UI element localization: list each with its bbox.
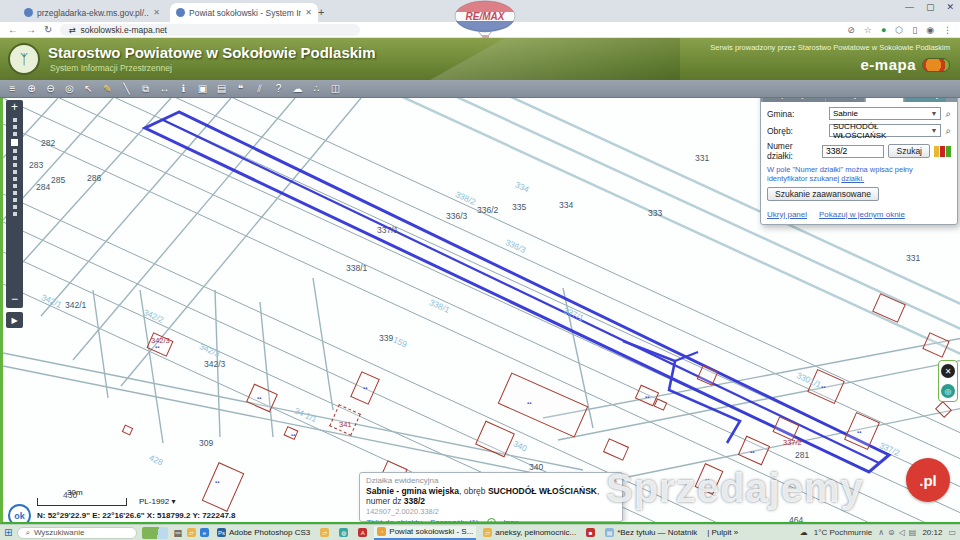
clock[interactable]: 20:12 [922,528,942,537]
hide-panel-link[interactable]: Ukryj panel [767,210,807,219]
panel-expand-button[interactable]: ▶ [6,312,23,328]
zoom-out-button[interactable]: − [11,292,18,308]
unlink-icon[interactable]: ⧉ [137,81,154,96]
back-button[interactable]: ← [8,24,18,35]
zoom-level-dot[interactable] [13,191,17,195]
panel-tab-adresy[interactable]: Adresy [826,98,864,102]
panel-tab-współrzędne[interactable]: Współrzędne [763,98,825,102]
app-photoshop[interactable]: PsAdobe Photoshop CS3 [214,526,313,540]
app-teal[interactable]: ◍ [336,526,351,540]
zoom-level-dot[interactable] [13,184,17,188]
panel-tab-obiekty[interactable]: Obiekty [905,98,946,102]
app-red[interactable]: ■ [583,526,598,540]
side-panel-icon[interactable]: ▯ [912,25,917,35]
weather-status[interactable]: 1°C Pochmurnie [814,528,872,537]
zoom-level-dot[interactable] [13,149,17,153]
profile-icon[interactable]: ◉ [926,25,934,35]
widgets-thumbnail[interactable] [142,527,168,539]
zoom-level-dot[interactable] [13,177,17,181]
tray-network-icon[interactable]: ⊜ [888,528,895,537]
tab-close-icon[interactable]: ✕ [153,8,160,17]
comment-icon[interactable]: ❝ [232,81,249,96]
popup-close-icon[interactable]: ✕ [611,476,618,485]
tray-chevron-icon[interactable]: ∧ [878,528,884,537]
app-chrome-emapa[interactable]: ◔Powiat sokołowski - S... [374,526,476,540]
task-view-icon[interactable]: ▤ [173,528,182,538]
cloud-download-icon[interactable]: ☁ [289,81,306,96]
emapa-logo-text[interactable]: e-mapa [860,56,916,73]
reload-button[interactable]: ↻ [44,24,52,35]
bookmark-star-icon[interactable]: ☆ [864,25,872,35]
app-folder2[interactable]: ▱ [317,526,332,540]
tray-battery-icon[interactable]: ▤ [909,528,917,537]
zoom-level-dot[interactable] [13,125,17,129]
parcel-number-label: Numer działki: [767,141,818,161]
search-button[interactable]: Szukaj [888,144,930,158]
locate-button[interactable]: ◎ [941,384,955,398]
tray-volume-icon[interactable]: ◁ [899,528,905,537]
window-maximize-button[interactable]: ▢ [926,2,935,12]
map-viewport[interactable]: 282283284285286331333334335336/2336/3337… [0,98,960,524]
folder-icon[interactable]: ▱ [187,528,196,537]
tab-close-icon[interactable]: ✕ [305,8,312,17]
pointer-icon[interactable]: ↖ [80,81,97,96]
status-green-icon[interactable]: ● [881,25,886,35]
menu-dots-icon[interactable]: ⋮ [943,25,952,35]
gmina-select[interactable]: Sabnie▼ [829,107,941,120]
hint-link[interactable]: działki. [841,174,864,183]
layers-icon[interactable]: ≡ [4,81,21,96]
advanced-search-button[interactable]: Szukanie zaawansowane [767,187,879,201]
print-icon[interactable]: ◫ [327,81,344,96]
forward-button[interactable]: → [26,24,36,35]
panels-icon[interactable]: ▤ [213,81,230,96]
app-acrobat[interactable]: A [355,526,370,540]
zoom-in-icon[interactable]: ⊕ [23,81,40,96]
gmina-search-icon[interactable]: ⌕ [945,108,951,120]
panel-tab-działki[interactable]: Działki [865,98,904,102]
site-settings-icon[interactable]: ⇄ [68,25,75,35]
zoom-level-dot[interactable] [13,156,17,160]
crs-selector[interactable]: PL-1992 ▾ [139,497,175,506]
obreb-search-icon[interactable]: ⌕ [945,125,951,137]
zoom-level-dot[interactable] [13,212,17,216]
obreb-select[interactable]: SUCHODÓŁ WŁOŚCIAŃSK▼ [829,124,941,137]
taskbar-search[interactable]: ⌕ Wyszukiwanie [17,527,137,539]
info-anchor-icon[interactable]: ℹ [175,81,192,96]
app-explorer-aneksy[interactable]: ▱aneksy, pełnomocnic... [480,526,579,540]
zoom-level-dot[interactable] [13,170,17,174]
zoom-level-dot[interactable] [13,198,17,202]
pencil-icon[interactable]: ✎ [99,81,116,96]
help-icon[interactable]: ? [270,81,287,96]
parcel-number-input[interactable]: 338/2 [822,145,885,158]
notification-icon[interactable]: ▭ [948,528,956,537]
eye-off-icon[interactable]: ⊘ [847,25,855,35]
window-close-button[interactable]: ✕ [946,2,954,12]
extension-icon[interactable]: ⬡ [895,25,903,35]
edge-icon[interactable]: e [200,528,209,537]
hatch-icon[interactable]: ⫽ [251,81,268,96]
new-tab-button[interactable]: + [318,6,324,18]
close-overlay-button[interactable]: ✕ [941,364,955,378]
tab-emapa[interactable]: Powiat sokołowski - System Inf...✕ [170,3,318,22]
zoom-extent-icon[interactable]: ◎ [61,81,78,96]
start-button[interactable]: ⊞ [4,527,12,538]
zoom-out-icon[interactable]: ⊖ [42,81,59,96]
zoom-level-dot[interactable] [13,118,17,122]
ok-badge[interactable]: ok [8,504,31,524]
zoom-level-dot[interactable] [13,163,17,167]
measure-distance-icon[interactable]: ↔ [156,81,173,96]
url-field[interactable]: ⇄ sokolowski.e-mapa.net [60,24,360,36]
settings-dots-icon[interactable]: ∴ [308,81,325,96]
app-pulpit[interactable]: | Pulpit » [704,526,741,540]
zoom-level-dot[interactable] [13,205,17,209]
one-window-link[interactable]: Pokazuj w jednym oknie [819,210,905,219]
app-notepad[interactable]: ▤*Bez tytułu — Notatnik [602,526,700,540]
zoom-level-dot[interactable] [13,132,17,136]
tab-ekw[interactable]: przegladarka-ekw.ms.gov.pl/...✕ [18,3,166,22]
zoom-level-dot[interactable] [11,139,18,146]
zoom-slider[interactable] [11,116,18,292]
zoom-in-button[interactable]: + [11,100,18,116]
measure-line-icon[interactable]: ╲ [118,81,135,96]
select-area-icon[interactable]: ▣ [194,81,211,96]
window-minimize-button[interactable]: — [905,2,914,12]
